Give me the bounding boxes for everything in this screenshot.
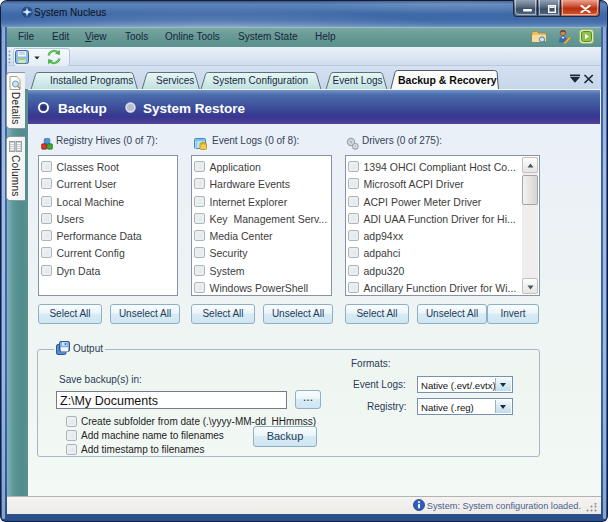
svg-text:Services: Services (156, 75, 194, 86)
svg-text:Installed Programs: Installed Programs (50, 75, 133, 86)
svg-text:Backup & Recovery: Backup & Recovery (398, 74, 497, 86)
svg-text:Event Logs: Event Logs (333, 75, 383, 86)
svg-text:System Configuration: System Configuration (213, 75, 309, 86)
